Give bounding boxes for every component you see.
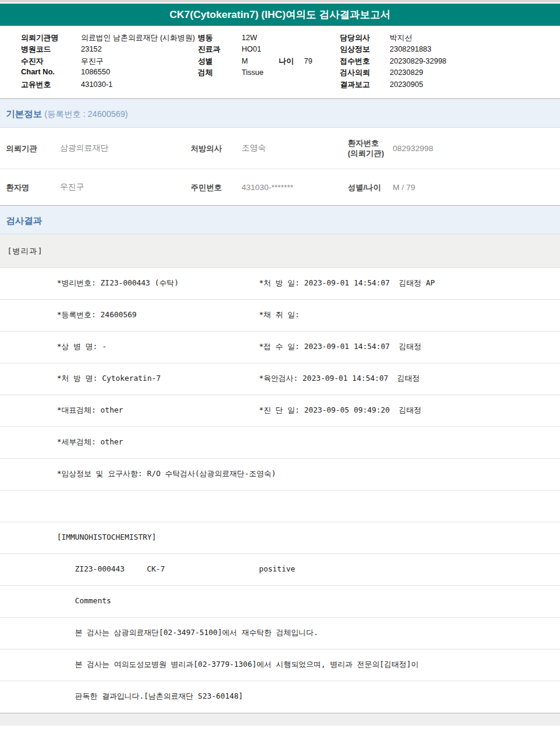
ihc-header-row: [IMMUNOHISTOCHEMISTRY] (0, 522, 560, 554)
cell-value: 우진구 (60, 182, 85, 192)
cell-label: 환자번호 (의뢰기관) (348, 138, 384, 158)
field-label: Chart No. (21, 68, 81, 76)
cell-label: 의뢰기관 (6, 143, 37, 154)
detail-left: *상 병 명: - (57, 342, 107, 352)
department-label: [병리과] (7, 246, 43, 257)
field-value: 12W (242, 34, 257, 42)
section-title: 기본정보 (6, 109, 42, 119)
detail-right: *진 단 일: 2023-09-05 09:49:20 김태정 (259, 405, 421, 416)
detail-row-empty (0, 491, 560, 522)
detail-left: *대표검체: other (57, 405, 123, 416)
field-value: M (242, 57, 279, 65)
comment-text: 본 검사는 여의도성모병원 병리과[02-3779-1306]에서 시행되었으며… (75, 660, 419, 670)
comment-row: 판독한 결과입니다.[남촌의료재단 S23-60148] (0, 681, 560, 713)
comments-label: Comments (75, 596, 111, 605)
field-label: 고유번호 (21, 80, 81, 90)
field-value: 의료법인 남촌의료재단 (시화병원) (81, 34, 195, 42)
field-label: 의뢰기관명 (21, 33, 81, 43)
test-result: positive (259, 564, 295, 573)
header-field: 임상정보2308291883 (340, 44, 447, 56)
comment-text: 본 검사는 삼광의료재단[02-3497-5100]에서 재수탁한 검체입니다. (75, 628, 318, 638)
cell-value: 삼광의료재단 (60, 143, 109, 154)
patient-info-table: 의뢰기관 삼광의료재단 처방의사 조영숙 환자번호 (의뢰기관) 0829329… (0, 128, 560, 205)
detail-row: *대표검체: other *진 단 일: 2023-09-05 09:49:20… (0, 395, 560, 427)
comment-row: 본 검사는 여의도성모병원 병리과[02-3779-1306]에서 시행되었으며… (0, 649, 560, 681)
header-field: 의뢰기관명의료법인 남촌의료재단 (시화병원) (21, 33, 195, 44)
header-left-column: 의뢰기관명의료법인 남촌의료재단 (시화병원) 병원코드23152 수진자우진구… (21, 33, 195, 91)
field-value: 431030-1 (81, 80, 113, 89)
header-field: Chart No.1086550 (21, 68, 195, 79)
field-value: 23152 (81, 45, 102, 53)
field-value: 박지선 (390, 34, 413, 42)
label-line-2: (의뢰기관) (348, 148, 384, 158)
table-row: 의뢰기관 삼광의료재단 처방의사 조영숙 환자번호 (의뢰기관) 0829329… (0, 128, 560, 169)
header-field: 고유번호431030-1 (21, 80, 195, 91)
field-value: 20230829 (390, 68, 423, 77)
detail-row: *병리번호: ZI23-000443 (수탁) *처 방 일: 2023-09-… (0, 268, 560, 300)
field-value: 20230829-32998 (390, 57, 447, 65)
detail-left: *처 방 명: Cytokeratin-7 (57, 374, 161, 384)
detail-row: *상 병 명: - *접 수 일: 2023-09-01 14:54:07 김태… (0, 332, 560, 363)
field-label: 접수번호 (340, 56, 390, 67)
header-field: 담당의사박지선 (340, 33, 447, 44)
detail-row: *세부검체: other (0, 427, 560, 459)
field-label: 담당의사 (340, 33, 390, 43)
header-field: 병동12W (198, 33, 312, 44)
detail-right: *육안검사: 2023-09-01 14:54:07 김태정 (259, 374, 420, 384)
cell-label: 처방의사 (191, 143, 222, 154)
field-value: Tissue (242, 68, 263, 77)
header-right-column: 담당의사박지선 임상정보2308291883 접수번호20230829-3299… (340, 33, 447, 91)
label-line-1: 환자번호 (348, 138, 384, 148)
cell-value: 082932998 (393, 144, 433, 153)
detail-row: *등록번호: 24600569 *채 취 일: (0, 300, 560, 332)
report-title-bar: CK7(Cytokeratin7) (IHC)여의도 검사결과보고서 (0, 4, 560, 26)
header-field-sex-age: 성별M나이79 (198, 56, 312, 68)
report-header-block: 의뢰기관명의료법인 남촌의료재단 (시화병원) 병원코드23152 수진자우진구… (0, 26, 560, 98)
cell-value: 431030-******* (242, 183, 293, 192)
result-detail-rows: *병리번호: ZI23-000443 (수탁) *처 방 일: 2023-09-… (0, 268, 560, 713)
header-field: 접수번호20230829-32998 (340, 56, 447, 68)
field-label: 성별 (198, 56, 242, 67)
detail-left: *병리번호: ZI23-000443 (수탁) (57, 278, 179, 288)
header-field: 병원코드23152 (21, 44, 195, 56)
section-title: 검사결과 (6, 215, 42, 225)
department-row: [병리과] (0, 234, 560, 268)
cell-label: 성별/나이 (348, 182, 381, 192)
field-value: 20230905 (390, 80, 423, 89)
field-label: 병원코드 (21, 44, 81, 55)
comment-text: 판독한 결과입니다.[남촌의료재단 S23-60148] (75, 691, 243, 702)
detail-left: *임상정보 및 요구사항: R/O 수탁검사(삼광의료재단-조영숙) (57, 469, 276, 479)
field-value: 우진구 (81, 57, 104, 65)
header-field: 검체Tissue (198, 68, 312, 79)
field-label: 검사의뢰 (340, 68, 390, 78)
table-row: 환자명 우진구 주민번호 431030-******* 성별/나이 M / 79 (0, 169, 560, 205)
field-label: 진료과 (198, 44, 242, 55)
cell-label: 환자명 (6, 182, 29, 192)
detail-row: *처 방 명: Cytokeratin-7 *육안검사: 2023-09-01 … (0, 363, 560, 395)
detail-right: *접 수 일: 2023-09-01 14:54:07 김태정 (259, 342, 421, 352)
header-field: 검사의뢰20230829 (340, 68, 447, 79)
header-field: 진료과HO01 (198, 44, 312, 56)
field-label: 결과보고 (340, 80, 390, 90)
field-label: 수진자 (21, 56, 81, 67)
cell-label: 주민번호 (191, 182, 222, 192)
specimen-id: ZI23-000443 (75, 564, 125, 573)
ihc-result-row: ZI23-000443 CK-7 positive (0, 554, 560, 586)
bottom-strip (0, 713, 560, 726)
registration-number: (등록번호 : 24600569) (44, 109, 128, 119)
field-value: 1086550 (81, 68, 110, 76)
cell-value: M / 79 (393, 183, 416, 192)
detail-right: *채 취 일: (259, 310, 300, 320)
detail-row: *임상정보 및 요구사항: R/O 수탁검사(삼광의료재단-조영숙) (0, 459, 560, 491)
detail-left: *등록번호: 24600569 (57, 310, 137, 320)
age-label: 나이 (279, 56, 304, 67)
field-value: HO01 (242, 45, 261, 53)
test-name: CK-7 (147, 564, 165, 573)
detail-left: *세부검체: other (57, 437, 123, 447)
age-value: 79 (304, 57, 312, 65)
comments-header-row: Comments (0, 586, 560, 618)
field-label: 임상정보 (340, 44, 390, 55)
header-middle-column: 병동12W 진료과HO01 성별M나이79 검체Tissue (198, 33, 312, 80)
field-value: 2308291883 (390, 45, 432, 53)
ihc-header-label: [IMMUNOHISTOCHEMISTRY] (57, 533, 156, 542)
